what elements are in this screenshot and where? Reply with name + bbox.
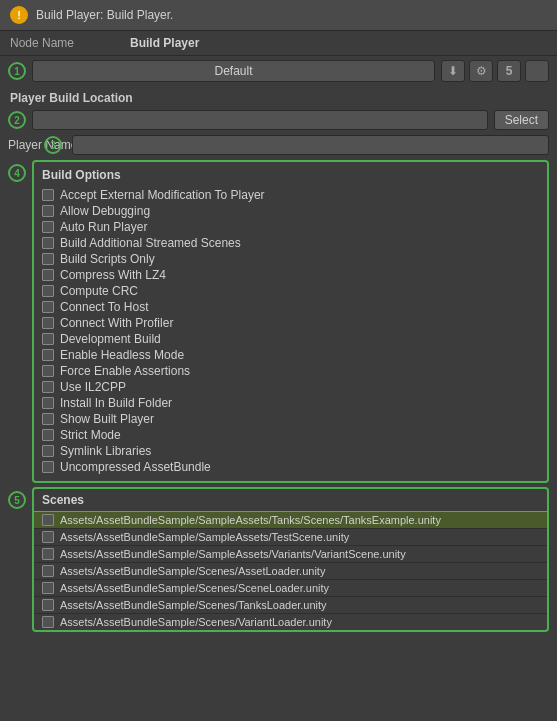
checkbox-label: Accept External Modification To Player bbox=[60, 188, 265, 202]
scene-path: Assets/AssetBundleSample/SampleAssets/Ta… bbox=[60, 514, 441, 526]
checkbox-label: Install In Build Folder bbox=[60, 396, 172, 410]
node-name-label: Node Name bbox=[10, 36, 130, 50]
top-bar-text: Build Player: Build Player. bbox=[36, 8, 173, 22]
checkbox[interactable] bbox=[42, 413, 54, 425]
scene-path: Assets/AssetBundleSample/Scenes/AssetLoa… bbox=[60, 565, 325, 577]
scene-row: Assets/AssetBundleSample/Scenes/AssetLoa… bbox=[34, 563, 547, 580]
scenes-wrapper: 5 Scenes Assets/AssetBundleSample/Sample… bbox=[0, 485, 557, 634]
checkbox-label: Build Additional Streamed Scenes bbox=[60, 236, 241, 250]
player-build-location-section: Player Build Location 2 Select bbox=[0, 86, 557, 132]
checkbox-row: Compress With LZ4 bbox=[42, 267, 539, 283]
step-4-circle: 4 bbox=[8, 164, 26, 182]
checkbox[interactable] bbox=[42, 221, 54, 233]
checkbox-label: Symlink Libraries bbox=[60, 444, 151, 458]
scene-checkbox[interactable] bbox=[42, 531, 54, 543]
checkbox-row: Use IL2CPP bbox=[42, 379, 539, 395]
scene-row: Assets/AssetBundleSample/SampleAssets/Va… bbox=[34, 546, 547, 563]
player-name-input[interactable] bbox=[72, 135, 549, 155]
location-input[interactable] bbox=[32, 110, 488, 130]
wrench-icon[interactable]: ⚙ bbox=[469, 60, 493, 82]
checkbox-label: Show Built Player bbox=[60, 412, 154, 426]
scene-path: Assets/AssetBundleSample/SampleAssets/Te… bbox=[60, 531, 349, 543]
checkbox-row: Connect With Profiler bbox=[42, 315, 539, 331]
checkbox-row: Install In Build Folder bbox=[42, 395, 539, 411]
checkbox-row: Build Scripts Only bbox=[42, 251, 539, 267]
step-1-circle: 1 bbox=[8, 62, 26, 80]
scene-row: Assets/AssetBundleSample/Scenes/SceneLoa… bbox=[34, 580, 547, 597]
checkbox[interactable] bbox=[42, 381, 54, 393]
build-options-title: Build Options bbox=[42, 168, 539, 182]
scenes-section: Scenes Assets/AssetBundleSample/SampleAs… bbox=[32, 487, 549, 632]
checkbox-label: Force Enable Assertions bbox=[60, 364, 190, 378]
step-2-circle: 2 bbox=[8, 111, 26, 129]
checkbox-row: Force Enable Assertions bbox=[42, 363, 539, 379]
checkbox-label: Compute CRC bbox=[60, 284, 138, 298]
default-dropdown[interactable]: Default bbox=[32, 60, 435, 82]
select-button[interactable]: Select bbox=[494, 110, 549, 130]
checkbox[interactable] bbox=[42, 205, 54, 217]
scene-checkbox[interactable] bbox=[42, 514, 54, 526]
header-row: Node Name Build Player bbox=[0, 31, 557, 56]
checkbox-label: Enable Headless Mode bbox=[60, 348, 184, 362]
top-bar: ! Build Player: Build Player. bbox=[0, 0, 557, 31]
checkbox[interactable] bbox=[42, 317, 54, 329]
checkbox[interactable] bbox=[42, 253, 54, 265]
scene-checkbox[interactable] bbox=[42, 599, 54, 611]
checkbox[interactable] bbox=[42, 365, 54, 377]
scene-checkbox[interactable] bbox=[42, 616, 54, 628]
scene-row: Assets/AssetBundleSample/SampleAssets/Te… bbox=[34, 529, 547, 546]
checkbox[interactable] bbox=[42, 429, 54, 441]
checkbox-label: Connect With Profiler bbox=[60, 316, 173, 330]
page-title: Build Player bbox=[130, 36, 199, 50]
checkbox-label: Uncompressed AssetBundle bbox=[60, 460, 211, 474]
checkbox[interactable] bbox=[42, 349, 54, 361]
scene-path: Assets/AssetBundleSample/Scenes/VariantL… bbox=[60, 616, 332, 628]
scene-path: Assets/AssetBundleSample/SampleAssets/Va… bbox=[60, 548, 406, 560]
checkbox[interactable] bbox=[42, 333, 54, 345]
checkbox-row: Auto Run Player bbox=[42, 219, 539, 235]
checkbox[interactable] bbox=[42, 301, 54, 313]
download-icon[interactable]: ⬇ bbox=[441, 60, 465, 82]
checkbox-label: Use IL2CPP bbox=[60, 380, 126, 394]
checkbox-row: Show Built Player bbox=[42, 411, 539, 427]
checkbox-row: Uncompressed AssetBundle bbox=[42, 459, 539, 475]
checkbox-row: Development Build bbox=[42, 331, 539, 347]
scene-path: Assets/AssetBundleSample/Scenes/TanksLoa… bbox=[60, 599, 327, 611]
checkbox-row: Compute CRC bbox=[42, 283, 539, 299]
checkboxes-container: Accept External Modification To PlayerAl… bbox=[42, 187, 539, 475]
html5-icon[interactable]: 5 bbox=[497, 60, 521, 82]
scene-row: Assets/AssetBundleSample/SampleAssets/Ta… bbox=[34, 512, 547, 529]
scene-path: Assets/AssetBundleSample/Scenes/SceneLoa… bbox=[60, 582, 329, 594]
apple-icon[interactable] bbox=[525, 60, 549, 82]
checkbox-label: Connect To Host bbox=[60, 300, 149, 314]
checkbox[interactable] bbox=[42, 237, 54, 249]
checkbox[interactable] bbox=[42, 461, 54, 473]
scene-row: Assets/AssetBundleSample/Scenes/VariantL… bbox=[34, 614, 547, 630]
checkbox-label: Build Scripts Only bbox=[60, 252, 155, 266]
scene-checkbox[interactable] bbox=[42, 565, 54, 577]
checkbox[interactable] bbox=[42, 285, 54, 297]
location-row: 2 Select bbox=[0, 108, 557, 132]
checkbox-row: Build Additional Streamed Scenes bbox=[42, 235, 539, 251]
checkbox[interactable] bbox=[42, 397, 54, 409]
scenes-container: Assets/AssetBundleSample/SampleAssets/Ta… bbox=[34, 512, 547, 630]
checkbox-row: Symlink Libraries bbox=[42, 443, 539, 459]
checkbox[interactable] bbox=[42, 189, 54, 201]
checkbox[interactable] bbox=[42, 269, 54, 281]
checkbox-row: Strict Mode bbox=[42, 427, 539, 443]
checkbox-label: Auto Run Player bbox=[60, 220, 147, 234]
toolbar-row-1: 1 Default ⬇ ⚙ 5 bbox=[0, 56, 557, 86]
step-3-circle: 3 bbox=[44, 136, 62, 154]
player-build-location-label: Player Build Location bbox=[0, 86, 557, 108]
build-options-section: Build Options Accept External Modificati… bbox=[32, 160, 549, 483]
scene-checkbox[interactable] bbox=[42, 582, 54, 594]
scene-row: Assets/AssetBundleSample/Scenes/TanksLoa… bbox=[34, 597, 547, 614]
scene-checkbox[interactable] bbox=[42, 548, 54, 560]
scenes-title: Scenes bbox=[34, 489, 547, 512]
toolbar-icons: ⬇ ⚙ 5 bbox=[441, 60, 549, 82]
checkbox-label: Development Build bbox=[60, 332, 161, 346]
checkbox[interactable] bbox=[42, 445, 54, 457]
checkbox-label: Strict Mode bbox=[60, 428, 121, 442]
step-5-circle: 5 bbox=[8, 491, 26, 509]
checkbox-row: Enable Headless Mode bbox=[42, 347, 539, 363]
